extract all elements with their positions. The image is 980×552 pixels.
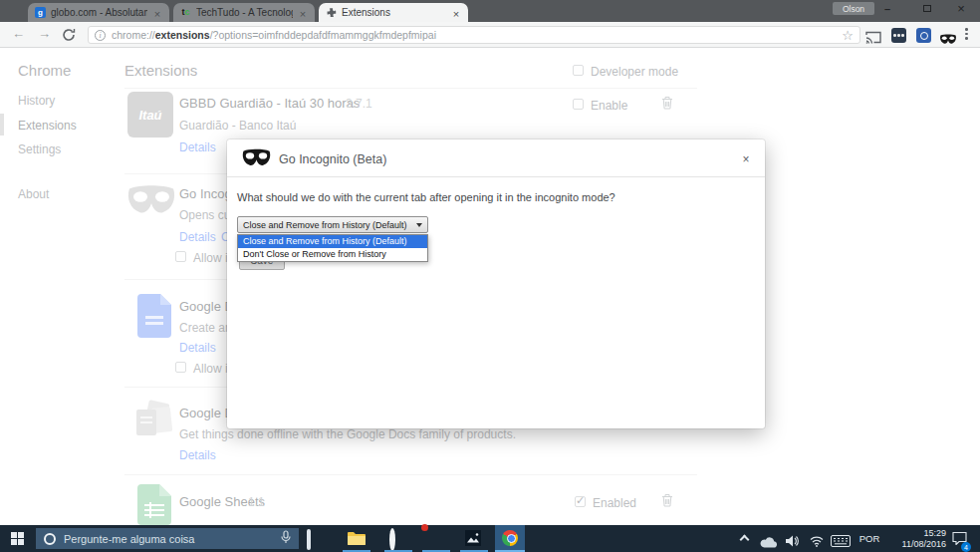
tab-close-icon[interactable] (451, 4, 461, 22)
chrome-button[interactable] (495, 525, 525, 552)
browser-toolbar: ← → i chrome://extensions/?options=oimfn… (0, 22, 980, 48)
puzzle-icon (326, 7, 337, 18)
volume-icon[interactable] (786, 533, 799, 551)
globo-favicon: g (35, 7, 46, 18)
search-placeholder: Pergunte-me alguma coisa (64, 533, 273, 545)
forward-icon[interactable]: → (38, 26, 51, 41)
wifi-icon[interactable] (810, 533, 824, 551)
bookmark-star-icon[interactable]: ☆ (842, 28, 854, 43)
tab-close-icon[interactable] (152, 4, 162, 22)
microphone-icon[interactable] (281, 530, 291, 548)
chevron-down-icon (416, 223, 422, 227)
favicon-letter: c (184, 8, 189, 17)
cortana-icon (44, 533, 56, 545)
page-info-icon[interactable]: i (95, 30, 106, 41)
go-incognito-toolbar-icon[interactable] (939, 31, 957, 49)
tab-title: globo.com - Absolutame (51, 7, 147, 18)
extension-icon-blue[interactable] (916, 28, 931, 43)
go-incognito-mask-icon (241, 148, 272, 171)
go-incognito-options-dialog: Go Incognito (Beta) What should we do wi… (227, 139, 765, 428)
tab-globo[interactable]: g globo.com - Absolutame (28, 3, 169, 22)
language-indicator[interactable]: POR (857, 533, 882, 544)
url-host: extensions (155, 29, 210, 41)
dialog-title: Go Incognito (Beta) (279, 152, 386, 166)
dialog-header: Go Incognito (Beta) (227, 139, 765, 177)
cast-icon[interactable] (865, 30, 881, 48)
profile-button[interactable]: Olson (833, 2, 874, 15)
touch-keyboard-icon[interactable] (831, 533, 851, 551)
url-query: /?options=oimfnddepdafdfmammggkfmdepfmip… (210, 29, 436, 41)
clock[interactable]: 15:29 11/08/2016 (886, 528, 946, 550)
cortana-search-box[interactable]: Pergunte-me alguma coisa (36, 528, 299, 549)
notification-count-badge: 4 (961, 542, 971, 552)
tab-title: TechTudo - A Tecnologi (196, 7, 293, 18)
tray-chevron-up-icon[interactable] (740, 535, 750, 545)
dropdown-option-selected[interactable]: Close and Remove from History (Default) (238, 235, 427, 248)
windows-taskbar: Pergunte-me alguma coisa POR 15:29 11/08… (0, 525, 980, 552)
tab-behavior-select[interactable]: Close and Remove from History (Default) (237, 216, 428, 233)
windows-logo-icon (11, 532, 24, 545)
start-button[interactable] (0, 525, 34, 552)
dialog-close-icon[interactable] (739, 149, 753, 167)
chrome-icon (502, 530, 518, 546)
opera-button[interactable] (389, 531, 395, 549)
browser-menu-icon[interactable] (965, 28, 968, 40)
dialog-question: What should we do with the current tab a… (237, 191, 615, 203)
select-dropdown-list: Close and Remove from History (Default) … (237, 234, 428, 262)
tab-title: Extensions (342, 7, 446, 18)
date: 11/08/2016 (886, 539, 946, 550)
onedrive-cloud-icon[interactable] (760, 534, 777, 552)
select-value: Close and Remove from History (Default) (243, 220, 407, 230)
browser-titlebar: g globo.com - Absolutame tc TechTudo - A… (0, 0, 980, 22)
techtudo-favicon: tc (180, 7, 191, 18)
tab-close-icon[interactable] (298, 4, 308, 22)
file-explorer-button[interactable] (348, 531, 366, 549)
photos-button[interactable] (465, 530, 481, 550)
back-icon[interactable]: ← (12, 26, 25, 41)
tab-extensions[interactable]: Extensions (319, 3, 468, 22)
time: 15:29 (886, 528, 946, 539)
dropdown-option[interactable]: Don't Close or Remove from History (238, 248, 427, 261)
extension-icon-screenshot[interactable] (891, 28, 906, 43)
address-bar[interactable]: i chrome://extensions/?options=oimfnddep… (88, 26, 860, 44)
tab-techtudo[interactable]: tc TechTudo - A Tecnologi (173, 3, 315, 22)
task-view-button[interactable] (307, 531, 311, 549)
action-center-icon[interactable]: 4 (952, 531, 967, 549)
reload-icon[interactable] (62, 28, 76, 46)
window-close-button[interactable] (946, 0, 976, 17)
url-text: chrome://extensions/?options=oimfnddepda… (112, 29, 836, 41)
window-maximize-button[interactable] (912, 0, 942, 17)
window-minimize-button[interactable] (872, 0, 902, 17)
url-scheme: chrome:// (112, 29, 155, 41)
